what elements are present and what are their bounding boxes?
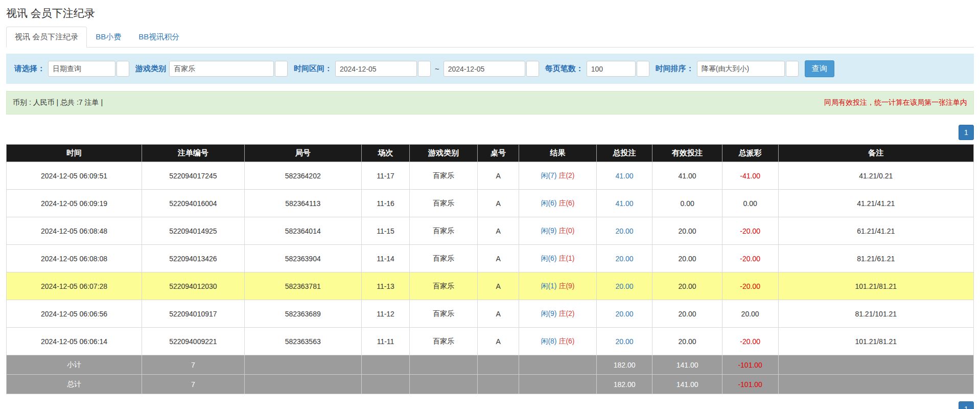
empty-cell bbox=[519, 355, 596, 375]
col-time: 时间 bbox=[7, 145, 142, 162]
page-1-button[interactable]: 1 bbox=[959, 401, 974, 409]
cell-bet-id: 522094014925 bbox=[142, 217, 245, 245]
cell-table-no: A bbox=[477, 190, 519, 217]
query-type-label: 请选择： bbox=[14, 64, 45, 74]
table-row: 2024-12-05 06:09:19 522094016004 5823641… bbox=[7, 190, 974, 217]
cell-round-id: 582364113 bbox=[244, 190, 361, 217]
cell-session: 11-12 bbox=[361, 300, 410, 328]
date-to-input[interactable] bbox=[444, 61, 525, 77]
table-row: 2024-12-05 06:08:08 522094013426 5823639… bbox=[7, 245, 974, 272]
search-button[interactable]: 查询 bbox=[805, 60, 834, 77]
cell-session: 11-16 bbox=[361, 190, 410, 217]
valid-bet-note: 同局有效投注，统一计算在该局第一张注单内 bbox=[824, 98, 967, 107]
time-sort-input[interactable] bbox=[697, 61, 785, 77]
cell-payout: -41.00 bbox=[722, 162, 778, 190]
cell-bet-id: 522094010917 bbox=[142, 300, 245, 328]
table-row: 2024-12-05 06:06:56 522094010917 5823636… bbox=[7, 300, 974, 328]
empty-cell bbox=[778, 355, 973, 375]
date-to-dropdown[interactable] bbox=[526, 61, 539, 77]
result-banker: 庄(2) bbox=[558, 171, 574, 179]
cell-total-bet[interactable]: 20.00 bbox=[596, 272, 652, 300]
table-header-row: 时间 注单编号 局号 场次 游戏类别 桌号 结果 总投注 有效投注 总派彩 备注 bbox=[7, 145, 974, 162]
cell-note: 101.21/81.21 bbox=[778, 272, 973, 300]
cell-total-bet[interactable]: 20.00 bbox=[596, 217, 652, 245]
date-from-dropdown[interactable] bbox=[418, 61, 431, 77]
game-type-dropdown[interactable] bbox=[275, 61, 288, 77]
cell-payout: -20.00 bbox=[722, 217, 778, 245]
tab-bb-video-points[interactable]: BB视讯积分 bbox=[130, 27, 188, 48]
subtotal-total-bet: 182.00 bbox=[596, 355, 652, 375]
cell-game-type: 百家乐 bbox=[410, 245, 478, 272]
cell-result: 闲(8) 庄(6) bbox=[519, 328, 596, 355]
total-row: 总计 7 182.00 141.00 -101.00 bbox=[7, 375, 974, 394]
cell-valid-bet: 20.00 bbox=[652, 272, 722, 300]
cell-total-bet[interactable]: 20.00 bbox=[596, 328, 652, 355]
page: 视讯 会员下注纪录 视讯 会员下注纪录 BB小费 BB视讯积分 请选择： 游戏类… bbox=[0, 0, 980, 409]
per-page-input[interactable] bbox=[587, 61, 636, 77]
subtotal-payout: -101.00 bbox=[722, 355, 778, 375]
result-banker: 庄(1) bbox=[558, 254, 574, 262]
range-separator: ~ bbox=[435, 64, 439, 73]
cell-session: 11-11 bbox=[361, 328, 410, 355]
pagination-bottom: 1 bbox=[6, 401, 974, 409]
time-sort-label: 时间排序： bbox=[656, 64, 694, 74]
col-valid-bet: 有效投注 bbox=[652, 145, 722, 162]
query-type-input[interactable] bbox=[48, 61, 115, 77]
betting-records-table: 时间 注单编号 局号 场次 游戏类别 桌号 结果 总投注 有效投注 总派彩 备注… bbox=[6, 144, 974, 394]
tab-betting-records[interactable]: 视讯 会员下注纪录 bbox=[6, 27, 87, 48]
cell-note: 101.21/81.21 bbox=[778, 328, 973, 355]
subtotal-label: 小计 bbox=[7, 355, 142, 375]
cell-result: 闲(9) 庄(0) bbox=[519, 217, 596, 245]
empty-cell bbox=[410, 375, 478, 394]
cell-session: 11-17 bbox=[361, 162, 410, 190]
per-page-dropdown[interactable] bbox=[637, 61, 649, 77]
page-1-button[interactable]: 1 bbox=[959, 125, 974, 140]
cell-payout: -20.00 bbox=[722, 245, 778, 272]
cell-total-bet[interactable]: 20.00 bbox=[596, 245, 652, 272]
cell-note: 81.21/61.21 bbox=[778, 245, 973, 272]
subtotal-count: 7 bbox=[142, 355, 245, 375]
result-banker: 庄(6) bbox=[558, 199, 574, 207]
game-type-input[interactable] bbox=[169, 61, 274, 77]
tab-bar: 视讯 会员下注纪录 BB小费 BB视讯积分 bbox=[6, 27, 974, 48]
cell-valid-bet: 20.00 bbox=[652, 217, 722, 245]
cell-total-bet[interactable]: 41.00 bbox=[596, 190, 652, 217]
summary-bar: 币别 : 人民币 | 总共 :7 注单 | 同局有效投注，统一计算在该局第一张注… bbox=[6, 91, 974, 115]
query-type-dropdown[interactable] bbox=[116, 61, 129, 77]
empty-cell bbox=[410, 355, 478, 375]
cell-table-no: A bbox=[477, 328, 519, 355]
cell-payout: 20.00 bbox=[722, 300, 778, 328]
empty-cell bbox=[244, 375, 361, 394]
cell-table-no: A bbox=[477, 272, 519, 300]
filter-bar: 请选择： 游戏类别 时间区间： ~ 每页笔数： 时间排序： 查询 bbox=[6, 54, 974, 84]
result-player: 闲(1) bbox=[541, 282, 556, 290]
cell-session: 11-15 bbox=[361, 217, 410, 245]
cell-result: 闲(6) 庄(6) bbox=[519, 190, 596, 217]
cell-valid-bet: 0.00 bbox=[652, 190, 722, 217]
empty-cell bbox=[244, 355, 361, 375]
time-sort-dropdown[interactable] bbox=[786, 61, 799, 77]
empty-cell bbox=[477, 375, 519, 394]
cell-result: 闲(9) 庄(2) bbox=[519, 300, 596, 328]
col-session: 场次 bbox=[361, 145, 410, 162]
col-round-id: 局号 bbox=[244, 145, 361, 162]
subtotal-row: 小计 7 182.00 141.00 -101.00 bbox=[7, 355, 974, 375]
cell-game-type: 百家乐 bbox=[410, 217, 478, 245]
cell-bet-id: 522094009221 bbox=[142, 328, 245, 355]
cell-total-bet[interactable]: 20.00 bbox=[596, 300, 652, 328]
table-row-highlighted: 2024-12-05 06:07:28 522094012030 5823637… bbox=[7, 272, 974, 300]
table-row: 2024-12-05 06:08:48 522094014925 5823640… bbox=[7, 217, 974, 245]
tab-bb-tips[interactable]: BB小费 bbox=[87, 27, 130, 48]
cell-result: 闲(6) 庄(1) bbox=[519, 245, 596, 272]
col-result: 结果 bbox=[519, 145, 596, 162]
cell-bet-id: 522094013426 bbox=[142, 245, 245, 272]
total-valid-bet: 141.00 bbox=[652, 375, 722, 394]
cell-result: 闲(1) 庄(9) bbox=[519, 272, 596, 300]
cell-round-id: 582363563 bbox=[244, 328, 361, 355]
cell-session: 11-14 bbox=[361, 245, 410, 272]
result-banker: 庄(0) bbox=[558, 226, 574, 235]
date-from-input[interactable] bbox=[335, 61, 417, 77]
result-player: 闲(7) bbox=[541, 171, 556, 179]
cell-total-bet[interactable]: 41.00 bbox=[596, 162, 652, 190]
cell-game-type: 百家乐 bbox=[410, 190, 478, 217]
